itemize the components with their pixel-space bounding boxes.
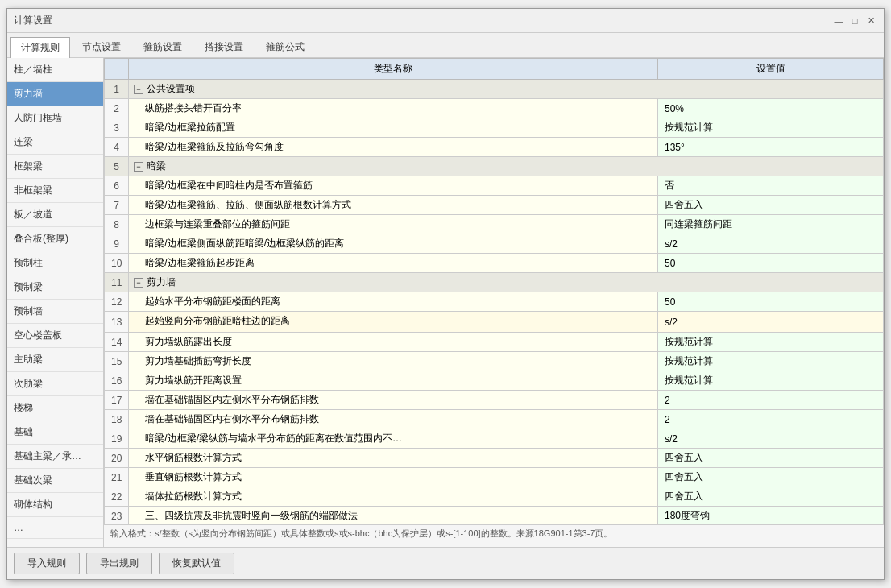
row-num: 5: [105, 157, 129, 176]
row-num: 15: [105, 352, 129, 371]
table-row[interactable]: 10 暗梁/边框梁箍筋起步距离 50: [105, 254, 884, 273]
row-value[interactable]: 135°: [658, 138, 884, 157]
table-row[interactable]: 18 墙在基础锚固区内右侧水平分布钢筋排数 2: [105, 410, 884, 429]
row-value[interactable]: 2: [658, 410, 884, 429]
row-name: 剪力墙基础插筋弯折长度: [129, 352, 658, 371]
row-num: 9: [105, 234, 129, 254]
table-row[interactable]: 7 暗梁/边框梁箍筋、拉筋、侧面纵筋根数计算方式 四舍五入: [105, 196, 884, 215]
row-num: 8: [105, 215, 129, 234]
table-row[interactable]: 21 垂直钢筋根数计算方式 四舍五入: [105, 468, 884, 487]
sidebar-item-15[interactable]: 基础: [7, 420, 103, 445]
bottom-btn-0[interactable]: 导入规则: [14, 553, 80, 574]
sidebar-item-1[interactable]: 剪力墙: [7, 82, 103, 106]
row-value[interactable]: 按规范计算: [658, 333, 884, 352]
col-num-header: [105, 59, 129, 80]
row-num: 22: [105, 487, 129, 507]
row-name: 水平钢筋根数计算方式: [129, 449, 658, 468]
sidebar-item-19[interactable]: …: [7, 517, 103, 539]
sidebar-item-10[interactable]: 预制墙: [7, 300, 103, 324]
row-value[interactable]: 按规范计算: [658, 352, 884, 371]
tab-2[interactable]: 箍筋设置: [133, 36, 193, 57]
collapse-icon[interactable]: －: [134, 162, 143, 172]
row-value[interactable]: 否: [658, 176, 884, 196]
sidebar-item-8[interactable]: 预制柱: [7, 251, 103, 275]
row-value[interactable]: 按规范计算: [658, 118, 884, 138]
row-value[interactable]: 50: [658, 292, 884, 312]
tab-0[interactable]: 计算规则: [10, 37, 70, 58]
table-row[interactable]: 16 剪力墙纵筋开距离设置 按规范计算: [105, 371, 884, 391]
table-row[interactable]: 2 纵筋搭接头错开百分率 50%: [105, 99, 884, 118]
row-num: 7: [105, 196, 129, 215]
row-num: 21: [105, 468, 129, 487]
bottom-btn-1[interactable]: 导出规则: [86, 553, 152, 574]
maximize-button[interactable]: □: [848, 14, 861, 27]
row-value[interactable]: 四舍五入: [658, 449, 884, 468]
row-name: 纵筋搭接头错开百分率: [129, 99, 658, 118]
table-row[interactable]: 13 起始竖向分布钢筋距暗柱边的距离 s/2: [105, 312, 884, 333]
tab-3[interactable]: 搭接设置: [194, 36, 254, 57]
sidebar-item-14[interactable]: 楼梯: [7, 396, 103, 420]
sidebar-item-3[interactable]: 连梁: [7, 130, 103, 155]
sidebar-item-12[interactable]: 主助梁: [7, 348, 103, 372]
sidebar-item-13[interactable]: 次肋梁: [7, 372, 103, 396]
sidebar-item-6[interactable]: 板／坡道: [7, 203, 103, 227]
table-row[interactable]: 19 暗梁/边框梁/梁纵筋与墙水平分布筋的距离在数值范围内不… s/2: [105, 429, 884, 449]
table-row[interactable]: 22 墙体拉筋根数计算方式 四舍五入: [105, 487, 884, 507]
table-row[interactable]: 1 －公共设置项: [105, 80, 884, 99]
minimize-button[interactable]: —: [832, 14, 845, 27]
sidebar-item-2[interactable]: 人防门框墙: [7, 106, 103, 130]
table-row[interactable]: 5 －暗梁: [105, 157, 884, 176]
main-window: 计算设置 — □ ✕ 计算规则节点设置箍筋设置搭接设置箍筋公式 柱／墙柱剪力墙人…: [6, 8, 885, 580]
sidebar-item-17[interactable]: 基础次梁: [7, 469, 103, 493]
sidebar-item-7[interactable]: 叠合板(整厚): [7, 227, 103, 251]
row-value[interactable]: s/2: [658, 234, 884, 254]
table-row[interactable]: 15 剪力墙基础插筋弯折长度 按规范计算: [105, 352, 884, 371]
table-row[interactable]: 14 剪力墙纵筋露出长度 按规范计算: [105, 333, 884, 352]
row-value[interactable]: 2: [658, 391, 884, 410]
table-row[interactable]: 17 墙在基础锚固区内左侧水平分布钢筋排数 2: [105, 391, 884, 410]
row-value[interactable]: s/2: [658, 429, 884, 449]
section-title: －暗梁: [129, 157, 884, 176]
row-value[interactable]: 50: [658, 254, 884, 273]
sidebar-item-11[interactable]: 空心楼盖板: [7, 324, 103, 348]
sidebar-item-0[interactable]: 柱／墙柱: [7, 58, 103, 82]
row-num: 18: [105, 410, 129, 429]
bottom-btn-2[interactable]: 恢复默认值: [159, 553, 234, 574]
table-row[interactable]: 9 暗梁/边框梁侧面纵筋距暗梁/边框梁纵筋的距离 s/2: [105, 234, 884, 254]
row-value[interactable]: 同连梁箍筋间距: [658, 215, 884, 234]
row-value[interactable]: 50%: [658, 99, 884, 118]
bottom-bar: 导入规则导出规则恢复默认值: [7, 547, 884, 579]
row-name: 墙体拉筋根数计算方式: [129, 487, 658, 507]
sidebar-item-5[interactable]: 非框架梁: [7, 179, 103, 203]
row-value[interactable]: 180度弯钩: [658, 507, 884, 525]
table-row[interactable]: 4 暗梁/边框梁箍筋及拉筋弯勾角度 135°: [105, 138, 884, 157]
table-row[interactable]: 20 水平钢筋根数计算方式 四舍五入: [105, 449, 884, 468]
col-type-header: 类型名称: [129, 59, 658, 80]
row-value[interactable]: 四舍五入: [658, 468, 884, 487]
row-value[interactable]: 四舍五入: [658, 487, 884, 507]
main-content: 柱／墙柱剪力墙人防门框墙连梁框架梁非框架梁板／坡道叠合板(整厚)预制柱预制梁预制…: [7, 58, 884, 547]
sidebar-item-9[interactable]: 预制梁: [7, 275, 103, 300]
row-value[interactable]: 四舍五入: [658, 196, 884, 215]
tab-1[interactable]: 节点设置: [72, 36, 131, 57]
table-row[interactable]: 3 暗梁/边框梁拉筋配置 按规范计算: [105, 118, 884, 138]
row-num: 19: [105, 429, 129, 449]
row-num: 13: [105, 312, 129, 333]
row-num: 1: [105, 80, 129, 99]
tab-4[interactable]: 箍筋公式: [255, 36, 315, 57]
table-row[interactable]: 23 三、四级抗震及非抗震时竖向一级钢筋的端部做法 180度弯钩: [105, 507, 884, 525]
sidebar-item-18[interactable]: 砌体结构: [7, 493, 103, 517]
sidebar-item-4[interactable]: 框架梁: [7, 155, 103, 179]
table-row[interactable]: 6 暗梁/边框梁在中间暗柱内是否布置箍筋 否: [105, 176, 884, 196]
row-value[interactable]: 按规范计算: [658, 371, 884, 391]
table-row[interactable]: 11 －剪力墙: [105, 273, 884, 292]
row-name: 暗梁/边框梁箍筋、拉筋、侧面纵筋根数计算方式: [129, 196, 658, 215]
table-row[interactable]: 8 边框梁与连梁重叠部位的箍筋间距 同连梁箍筋间距: [105, 215, 884, 234]
collapse-icon[interactable]: －: [134, 85, 143, 94]
status-text: 输入格式：s/整数（s为竖向分布钢筋间距）或具体整数或s或s-bhc（bhc为保…: [110, 528, 612, 538]
collapse-icon[interactable]: －: [134, 278, 143, 288]
row-value[interactable]: s/2: [658, 312, 884, 333]
table-row[interactable]: 12 起始水平分布钢筋距楼面的距离 50: [105, 292, 884, 312]
sidebar-item-16[interactable]: 基础主梁／承…: [7, 445, 103, 469]
close-button[interactable]: ✕: [864, 14, 877, 27]
